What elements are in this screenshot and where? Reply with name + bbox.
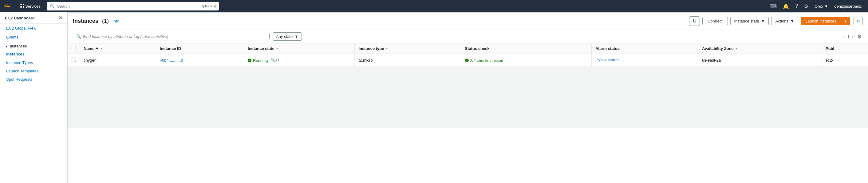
info-link[interactable]: Info	[113, 19, 119, 23]
chevron-down-icon: ▼	[5, 45, 8, 48]
th-select-all[interactable]	[68, 44, 80, 54]
table-settings-icon: ⚙	[856, 19, 860, 23]
cloudshell-button[interactable]: ⌨	[767, 2, 779, 10]
state-filter-dropdown[interactable]: Any state ▼	[273, 32, 302, 41]
pagination-prev-button[interactable]: ‹	[842, 33, 846, 40]
sidebar-close-icon[interactable]: ✕	[59, 16, 62, 20]
th-state-sort[interactable]: Instance state ▼	[248, 46, 351, 51]
search-shortcut: [Option+S]	[200, 4, 216, 8]
actions-button[interactable]: Actions ▼	[771, 17, 798, 25]
sidebar-ec2-dashboard[interactable]: EC2 Dashboard ✕	[0, 12, 67, 24]
sidebar-item-instance-types[interactable]: Instance Types	[0, 58, 67, 67]
username-label: denizjasarbasic	[834, 4, 862, 9]
td-instance-type: t2.micro	[355, 54, 461, 66]
th-name[interactable]: Name ✏ ▼	[80, 44, 156, 54]
sidebar-item-spot-requests[interactable]: Spot Requests	[0, 75, 67, 83]
empty-area	[68, 66, 868, 128]
checks-passed: 2/2 checks passed	[465, 58, 503, 63]
pagination-next-button[interactable]: ›	[851, 33, 855, 40]
sidebar-item-ec2-global-view[interactable]: EC2 Global View	[0, 24, 67, 33]
td-public: ec2-	[822, 54, 868, 66]
add-alarm-button[interactable]: ＋	[621, 58, 625, 62]
grid-icon	[20, 4, 24, 8]
th-instance-state[interactable]: Instance state ▼	[244, 44, 354, 54]
instance-state-label: Instance state	[734, 19, 759, 23]
th-type-sort[interactable]: Instance type ▼	[359, 46, 457, 51]
state-sort-icon: ▼	[276, 47, 279, 50]
refresh-icon: ↻	[692, 18, 696, 24]
settings-button[interactable]: ⚙	[802, 2, 811, 10]
checks-passed-label: 2/2 checks passed	[470, 58, 503, 63]
main-content: Instances (1) Info ↻ Connect Instance st…	[68, 12, 868, 183]
select-all-checkbox[interactable]	[72, 46, 76, 50]
th-instance-id[interactable]: Instance ID	[156, 44, 244, 54]
filter-input[interactable]	[83, 34, 266, 39]
td-instance-id[interactable]: i-0b4...........d	[156, 54, 244, 66]
panel-settings-button[interactable]: ⚙	[854, 17, 863, 25]
sidebar: EC2 Dashboard ✕ EC2 Global View Events ▼…	[0, 12, 68, 183]
sidebar-instances-group[interactable]: ▼ Instances	[0, 42, 67, 50]
instance-state-chevron-icon: ▼	[761, 19, 765, 23]
services-button[interactable]: Services	[17, 3, 43, 10]
td-instance-state: Running 🔍⊖	[244, 54, 354, 66]
region-selector[interactable]: Ohio ▼	[812, 3, 831, 10]
launch-instances-button[interactable]: Launch instances	[801, 17, 841, 25]
edit-icon: ✏	[96, 47, 98, 51]
instances-count: (1)	[102, 18, 109, 24]
actions-chevron-icon: ▼	[790, 19, 794, 23]
th-status-check[interactable]: Status check	[461, 44, 592, 54]
td-alarm-status: View alarms ＋	[592, 54, 698, 66]
table-row: tinygen i-0b4...........d Running 🔍⊖	[68, 54, 868, 66]
connect-button[interactable]: Connect	[702, 17, 727, 25]
th-instance-type[interactable]: Instance type ▼	[355, 44, 461, 54]
bell-icon: 🔔	[783, 3, 789, 9]
app-layout: EC2 Dashboard ✕ EC2 Global View Events ▼…	[0, 12, 868, 183]
help-button[interactable]: ?	[793, 2, 800, 10]
sidebar-item-instances[interactable]: Instances	[0, 50, 67, 58]
notifications-button[interactable]: 🔔	[780, 2, 792, 10]
instance-type-value: t2.micro	[359, 58, 373, 62]
instances-group-label: Instances	[10, 44, 27, 48]
search-icon: 🔍	[50, 4, 55, 9]
row-checkbox[interactable]	[72, 58, 76, 62]
actions-label: Actions	[775, 19, 788, 23]
sidebar-item-events[interactable]: Events	[0, 33, 67, 42]
th-name-sort[interactable]: Name ✏ ▼	[84, 46, 152, 51]
instance-id-link[interactable]: i-0b4...........d	[160, 58, 183, 62]
instances-panel: Instances (1) Info ↻ Connect Instance st…	[68, 12, 868, 183]
refresh-button[interactable]: ↻	[689, 16, 700, 26]
table-header-row: Name ✏ ▼ Instance ID Instance state ▼	[68, 44, 868, 54]
global-search[interactable]: 🔍 [Option+S]	[47, 2, 219, 10]
az-value: us-east-2a	[702, 58, 721, 62]
pagination-settings-button[interactable]: ⚙	[856, 33, 863, 40]
launch-instances-dropdown-button[interactable]: ▼	[841, 17, 850, 25]
pagination: ‹ 1 › ⚙	[842, 33, 863, 40]
view-alarms-link[interactable]: View alarms	[598, 58, 620, 62]
sidebar-item-launch-templates[interactable]: Launch Templates	[0, 67, 67, 75]
aws-logo[interactable]	[4, 3, 13, 9]
running-label: Running	[253, 58, 268, 63]
user-menu[interactable]: denizjasarbasic	[832, 3, 864, 10]
search-input[interactable]	[57, 4, 197, 9]
region-label: Ohio	[814, 4, 823, 9]
nav-icons: ⌨ 🔔 ? ⚙ Ohio ▼ denizjasarbasic	[767, 2, 864, 10]
instance-state-button[interactable]: Instance state ▼	[730, 17, 769, 25]
cloudshell-icon: ⌨	[770, 3, 777, 9]
pagination-current: 1	[847, 34, 849, 39]
public-value: ec2-	[826, 58, 833, 62]
instances-title: Instances	[73, 18, 98, 24]
th-az-sort[interactable]: Availability Zone ▼	[702, 46, 818, 51]
filter-search-icon: 🔍	[76, 34, 81, 39]
type-sort-icon: ▼	[385, 47, 389, 50]
services-label: Services	[25, 4, 40, 9]
zoom-icons: 🔍⊖	[271, 58, 279, 62]
td-status-check: 2/2 checks passed	[461, 54, 592, 66]
top-navigation: Services 🔍 [Option+S] ⌨ 🔔 ? ⚙ Ohio ▼ den…	[0, 0, 868, 12]
th-availability-zone[interactable]: Availability Zone ▼	[698, 44, 822, 54]
instance-search-filter[interactable]: 🔍	[73, 33, 270, 41]
td-checkbox[interactable]	[68, 54, 80, 66]
th-public[interactable]: Publ	[822, 44, 868, 54]
launch-instances-group: Launch instances ▼	[801, 17, 850, 25]
th-alarm-status[interactable]: Alarm status	[592, 44, 698, 54]
running-status: Running	[248, 58, 268, 63]
